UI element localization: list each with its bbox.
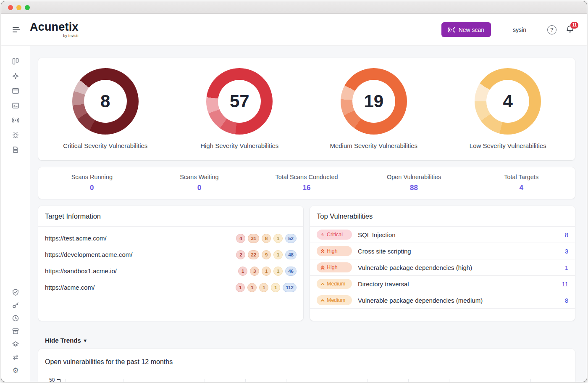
stat-label: Scans Waiting [146,174,253,180]
low-label: Low Severity Vulnerabilities [470,142,546,149]
top-vulnerabilities-title: Top Vulnerabilities [317,212,373,220]
sidebar-item-reports[interactable] [10,131,21,139]
vulnerability-count[interactable]: 8 [565,231,568,238]
notification-badge: 11 [570,22,578,29]
sidebar-item-access[interactable] [10,301,21,309]
sidebar-item-settings[interactable]: ⚙ [10,367,21,374]
sidebar-item-archive[interactable] [10,328,21,335]
high-severity-cell: 57 High Severity Vulnerabilities [173,68,307,149]
info-count-badge: 46 [285,267,297,276]
sidebar-item-exports[interactable] [10,146,21,153]
user-menu[interactable]: sysin [513,26,526,33]
chevron-double-up-icon [320,265,325,270]
medium-severity-donut[interactable]: 19 [341,68,407,135]
sidebar-item-layers[interactable] [10,341,21,348]
severity-pill-critical: ⚠ Critical [317,230,352,240]
vulnerability-name: Vulnerable package dependencies (high) [358,264,472,271]
gear-icon: ⚙ [12,366,18,375]
vulnerability-row[interactable]: ⚠ Critical SQL Injection 8 [310,227,575,243]
close-window-button[interactable] [8,5,13,10]
info-count-badge: 112 [283,283,297,292]
medium-count-badge: 8 [262,234,271,243]
vulnerability-count[interactable]: 8 [565,297,568,304]
vulnerability-name: Vulnerable package dependencies (medium) [358,297,483,304]
target-url[interactable]: https://development.acme.com/ [45,251,132,258]
medium-count: 19 [364,91,383,111]
sidebar-item-vulnerabilities[interactable] [10,116,21,124]
minimize-window-button[interactable] [16,5,21,10]
sidebar-item-dashboard[interactable] [10,58,21,65]
sidebar-item-compliance[interactable] [10,288,21,296]
severity-pill-label: Critical [327,232,343,238]
swap-arrows-icon [12,354,19,361]
sidebar-item-discovery[interactable] [10,72,21,80]
target-url[interactable]: https://test.acme.com/ [45,235,107,242]
target-url[interactable]: https://sandbox1.acme.io/ [45,267,117,275]
severity-pill-label: High [327,264,338,270]
trend-chart-plot: 50 [60,379,567,382]
menu-button[interactable] [12,24,23,35]
severity-pill-label: Medium [327,281,345,287]
critical-severity-donut[interactable]: 8 [72,68,139,135]
critical-count: 8 [100,91,110,111]
brand-name: Acunetix [30,21,79,33]
trend-chart-title: Open vulnerabilities for the past 12 mon… [45,358,568,366]
stat-value[interactable]: 4 [467,184,575,192]
stat-value[interactable]: 88 [360,184,468,192]
severity-pill-high: High [317,262,352,272]
help-button[interactable]: ? [547,25,556,34]
stat-value[interactable]: 0 [38,184,146,192]
notifications-button[interactable]: 11 [566,25,574,35]
sidebar-item-scans[interactable] [10,102,21,109]
scan-stats-bar: Scans Running 0 Scans Waiting 0 Total Sc… [38,167,575,199]
severity-pill-medium: Medium [317,295,352,305]
low-count-badge: 1 [273,267,283,276]
clock-icon [12,314,19,322]
stat-value[interactable]: 0 [146,184,253,192]
sidebar-bottom-nav: ⚙ [10,288,21,374]
low-count-badge: 1 [271,283,280,292]
hide-trends-toggle[interactable]: Hide Trends ▾ [45,337,87,344]
high-severity-donut[interactable]: 57 [206,68,273,135]
target-information-title: Target Information [45,212,101,220]
vulnerability-count[interactable]: 11 [562,280,568,288]
vulnerability-row[interactable]: Medium Directory traversal 11 [310,276,575,292]
sidebar-item-activity-log[interactable] [10,314,21,322]
target-row[interactable]: https://acme.com/ 1 1 1 1 112 [38,279,303,296]
brand-logo[interactable]: Acunetix by Invicti [30,21,79,38]
stat-label: Scans Running [38,174,146,180]
sidebar: ⚙ [1,46,30,382]
high-count-badge: 22 [248,250,259,259]
zoom-window-button[interactable] [25,5,30,10]
hide-trends-label: Hide Trends [45,337,81,344]
layers-icon [12,341,19,348]
vulnerability-name: SQL Injection [358,231,396,238]
sidebar-item-targets[interactable] [10,87,21,95]
sidebar-item-integrations[interactable] [10,354,21,361]
browser-card-icon [12,87,19,95]
y-axis-tick-mark [57,379,60,380]
stat-value[interactable]: 16 [253,184,360,192]
radar-icon [448,27,455,33]
vulnerability-count[interactable]: 3 [565,248,568,255]
plot-area [60,379,567,382]
high-label: High Severity Vulnerabilities [200,142,278,149]
trend-chart-card: Open vulnerabilities for the past 12 mon… [38,349,575,382]
info-count-badge: 52 [285,234,297,243]
vulnerability-count[interactable]: 1 [565,264,568,271]
stat-label: Total Targets [467,174,575,180]
vulnerability-row[interactable]: High Cross site scripting 3 [310,243,575,259]
low-count-badge: 1 [273,250,283,259]
sparkle-icon [12,72,19,80]
target-row[interactable]: https://test.acme.com/ 4 31 8 1 52 [38,230,303,246]
new-scan-button[interactable]: New scan [441,22,491,37]
low-severity-donut[interactable]: 4 [475,68,541,135]
target-url[interactable]: https://acme.com/ [45,284,94,291]
severity-summary-card: 8 Critical Severity Vulnerabilities 57 H… [38,58,575,160]
top-vulnerabilities-card: Top Vulnerabilities ⚠ Critical SQL Injec… [310,206,575,321]
medium-count-badge: 1 [259,283,268,292]
vulnerability-row[interactable]: Medium Vulnerable package dependencies (… [310,292,575,309]
target-row[interactable]: https://development.acme.com/ 2 22 9 1 4… [38,246,303,263]
target-row[interactable]: https://sandbox1.acme.io/ 1 3 1 1 46 [38,263,303,279]
vulnerability-row[interactable]: High Vulnerable package dependencies (hi… [310,259,575,276]
